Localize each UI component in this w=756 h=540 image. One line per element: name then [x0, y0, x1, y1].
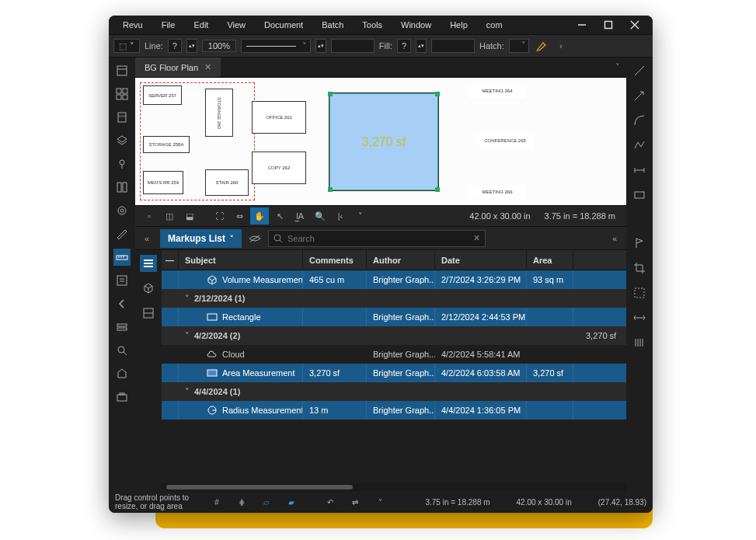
menu-batch[interactable]: Batch	[314, 18, 351, 32]
bookmarks-icon[interactable]	[113, 109, 131, 126]
menu-revu[interactable]: Revu	[115, 18, 151, 32]
fit-width-icon[interactable]: ⇔	[230, 207, 249, 225]
view-dropdown-icon[interactable]: ˅	[351, 207, 370, 225]
minimize-button[interactable]	[570, 17, 594, 33]
col-area[interactable]: Area	[527, 250, 573, 270]
line-end-spin[interactable]: ▴▾	[315, 39, 326, 53]
3d-view-icon[interactable]	[140, 280, 157, 297]
places-icon[interactable]	[113, 155, 131, 172]
menu-file[interactable]: File	[154, 18, 183, 32]
split-none-icon[interactable]: ▫	[140, 207, 159, 225]
pan-icon[interactable]: ✋	[250, 207, 269, 225]
zoom-value[interactable]: 100%	[202, 40, 236, 52]
tab-chevron-icon[interactable]: ˅	[609, 62, 626, 72]
snap-content-icon[interactable]: ▱	[258, 493, 275, 510]
expand-column[interactable]: —	[162, 250, 179, 270]
markup-row[interactable]: Volume Measurement465 cu mBrighter Graph…	[162, 270, 626, 289]
fit-page-icon[interactable]: ⛶	[210, 207, 228, 225]
group-row[interactable]: ˅4/2/2024 (2)3,270 sf	[162, 326, 626, 345]
col-date[interactable]: Date	[435, 250, 527, 270]
group-row[interactable]: ˅4/4/2024 (1)	[162, 382, 626, 401]
horizontal-scrollbar[interactable]	[162, 483, 626, 491]
document-tab[interactable]: BG Floor Plan ✕	[135, 57, 221, 77]
sync-icon[interactable]: ⇄	[347, 493, 364, 510]
settings-icon[interactable]	[113, 202, 131, 219]
prev-view-icon[interactable]: |‹	[331, 207, 350, 225]
markup-row[interactable]: RectangleBrighter Graph...2/12/2024 2:44…	[162, 308, 626, 326]
snapshot-tool-icon[interactable]	[631, 284, 648, 301]
arrow-tool-icon[interactable]	[631, 87, 648, 104]
list-view-icon[interactable]	[140, 255, 157, 272]
filter-icon[interactable]	[140, 305, 157, 322]
panel-title-dropdown[interactable]: Markups List ˅	[160, 229, 242, 248]
collapse-icon[interactable]: ˅	[185, 294, 190, 304]
collapse-icon[interactable]: ˅	[185, 387, 190, 397]
crop-tool-icon[interactable]	[631, 260, 648, 277]
area-measurement-markup[interactable]: 3,270 sf	[329, 93, 438, 190]
maximize-button[interactable]	[597, 17, 620, 33]
measure-width-icon[interactable]	[631, 309, 648, 326]
menu-overflow[interactable]: com	[479, 18, 510, 32]
col-subject[interactable]: Subject	[179, 250, 303, 270]
col-comments[interactable]: Comments	[303, 250, 367, 270]
line-weight-spin[interactable]: ▴▾	[186, 39, 197, 53]
toolchest-icon[interactable]	[113, 388, 131, 406]
signatures-icon[interactable]	[113, 225, 131, 242]
thumbnails-icon[interactable]	[113, 85, 131, 103]
grid-rows[interactable]: Volume Measurement465 cu mBrighter Graph…	[162, 270, 626, 483]
fill-color[interactable]: ?	[397, 39, 411, 53]
menu-window[interactable]: Window	[393, 18, 439, 32]
markup-row[interactable]: Area Measurement3,270 sfBrighter Graph..…	[162, 364, 626, 382]
line-tool-icon[interactable]	[631, 62, 648, 79]
dimension-tool-icon[interactable]	[631, 162, 648, 179]
measurements-icon[interactable]	[113, 249, 131, 266]
menu-tools[interactable]: Tools	[354, 18, 390, 32]
shape-dropdown[interactable]: ⬚ ˅	[113, 39, 140, 53]
sets-icon[interactable]	[113, 319, 131, 336]
highlight-icon[interactable]	[534, 38, 549, 54]
document-canvas[interactable]: SERVER 257 STORAGE 258A MEN'S RR 259 STO…	[135, 78, 626, 205]
polyline-tool-icon[interactable]	[631, 137, 648, 154]
line-end-style[interactable]	[331, 39, 375, 53]
menu-document[interactable]: Document	[256, 18, 311, 32]
search-box[interactable]: ✕	[268, 230, 486, 247]
layers-icon[interactable]	[113, 132, 131, 149]
studio-icon[interactable]	[113, 365, 131, 382]
clear-search-icon[interactable]: ✕	[473, 233, 480, 243]
arc-tool-icon[interactable]	[631, 112, 648, 129]
menu-edit[interactable]: Edit	[186, 18, 216, 32]
rectangle-tool-icon[interactable]	[631, 186, 648, 204]
spaces-icon[interactable]	[113, 179, 131, 196]
group-row[interactable]: ˅2/12/2024 (1)	[162, 289, 626, 308]
snap-icon[interactable]: ⋕	[233, 493, 250, 510]
fill-opacity-spin[interactable]: ▴▾	[416, 39, 427, 53]
collapse-icon[interactable]: ˅	[185, 331, 190, 341]
properties-more[interactable]: ›	[554, 39, 568, 53]
select-icon[interactable]: ↖	[270, 207, 289, 225]
split-vert-icon[interactable]: ◫	[160, 207, 179, 225]
line-color[interactable]: ?	[168, 39, 182, 53]
markup-row[interactable]: CloudBrighter Graph...4/2/2024 5:58:41 A…	[162, 345, 626, 364]
text-select-icon[interactable]: I̲A	[291, 207, 309, 225]
fill-opacity[interactable]	[431, 39, 475, 53]
snap-markup-icon[interactable]: ▰	[283, 493, 300, 510]
tab-close-icon[interactable]: ✕	[204, 62, 211, 72]
panel-collapse-icon[interactable]: «	[138, 230, 155, 247]
zoom-icon[interactable]: 🔍	[311, 207, 329, 225]
panel-expand-right-icon[interactable]: «	[606, 230, 623, 247]
search-input[interactable]	[287, 234, 469, 243]
back-icon[interactable]	[113, 295, 131, 312]
menu-view[interactable]: View	[219, 18, 253, 32]
flag-tool-icon[interactable]	[631, 235, 648, 252]
line-style-dropdown[interactable]: ˅	[241, 39, 311, 53]
hatch-dropdown[interactable]: ˅	[509, 39, 529, 53]
grid-icon[interactable]: #	[208, 493, 225, 510]
file-access-icon[interactable]	[113, 62, 131, 79]
visibility-icon[interactable]	[246, 234, 263, 243]
search-icon[interactable]	[113, 342, 131, 359]
reuse-icon[interactable]: ↶	[322, 493, 339, 510]
count-tool-icon[interactable]	[631, 334, 648, 351]
forms-icon[interactable]	[113, 272, 131, 289]
split-horz-icon[interactable]: ⬓	[180, 207, 199, 225]
markup-row[interactable]: Radius Measurement13 mBrighter Graph...4…	[162, 401, 626, 420]
